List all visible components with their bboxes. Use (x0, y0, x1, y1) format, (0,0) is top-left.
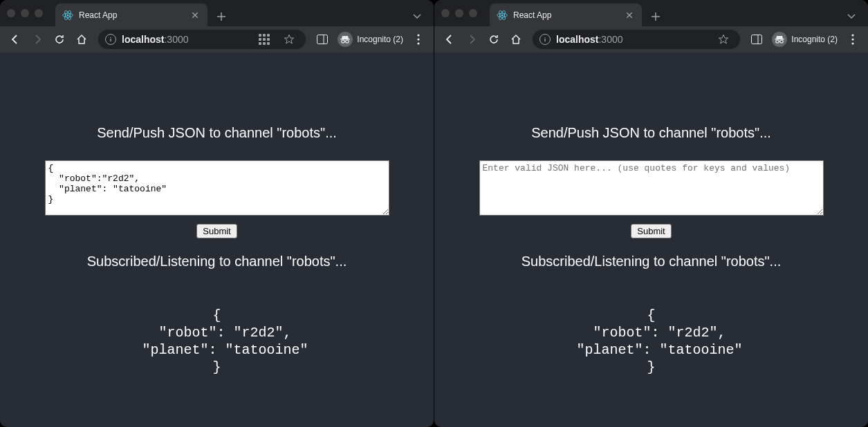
svg-point-21 (851, 34, 853, 36)
svg-point-19 (776, 40, 779, 43)
svg-rect-4 (317, 35, 328, 44)
json-input[interactable] (479, 160, 824, 216)
svg-point-12 (501, 14, 504, 16)
back-button[interactable] (6, 30, 25, 49)
tab-strip: React App (490, 0, 861, 26)
react-icon (497, 10, 508, 21)
page-content: Send/Push JSON to channel "robots"... Su… (434, 53, 868, 427)
svg-point-11 (417, 42, 419, 44)
traffic-light-zoom[interactable] (469, 9, 477, 17)
close-tab-icon[interactable] (190, 10, 201, 21)
address-bar[interactable]: i localhost:3000 (98, 30, 306, 49)
traffic-light-minimize[interactable] (455, 9, 463, 17)
svg-point-20 (780, 40, 783, 43)
side-panel-icon[interactable] (313, 30, 332, 49)
svg-rect-6 (340, 39, 350, 39)
listen-header: Subscribed/Listening to channel "robots"… (434, 254, 868, 269)
browser-tab[interactable]: React App (490, 3, 642, 26)
svg-point-8 (346, 40, 349, 43)
traffic-light-close[interactable] (441, 9, 450, 17)
svg-point-22 (851, 38, 853, 40)
side-panel-icon[interactable] (747, 30, 766, 49)
listen-output: { "robot": "r2d2", "planet": "tatooine" … (434, 307, 868, 376)
browser-menu-button[interactable] (843, 30, 862, 49)
share-qr-icon[interactable] (255, 30, 274, 49)
browser-toolbar: i localhost:3000 (434, 26, 868, 53)
svg-rect-18 (775, 39, 784, 39)
svg-rect-16 (752, 35, 762, 44)
tab-title: React App (513, 10, 624, 20)
submit-button[interactable]: Submit (631, 224, 671, 238)
svg-point-0 (67, 14, 69, 16)
browser-tab[interactable]: React App (55, 3, 207, 26)
incognito-badge[interactable]: Incognito (2) (769, 32, 840, 47)
browser-window: React App i (434, 0, 868, 427)
tab-strip: React App (55, 0, 427, 26)
send-header: Send/Push JSON to channel "robots"... (434, 125, 868, 141)
forward-button[interactable] (28, 30, 47, 49)
tabs-menu-button[interactable] (842, 7, 861, 26)
send-header: Send/Push JSON to channel "robots"... (0, 125, 434, 141)
window-titlebar: React App (434, 0, 868, 26)
bookmark-star-icon[interactable] (279, 30, 299, 49)
new-tab-button[interactable] (646, 7, 665, 26)
listen-output: { "robot": "r2d2", "planet": "tatooine" … (0, 307, 434, 376)
traffic-light-close[interactable] (7, 9, 15, 17)
forward-button[interactable] (462, 30, 481, 49)
bookmark-star-icon[interactable] (714, 30, 733, 49)
json-input[interactable] (45, 160, 389, 216)
back-button[interactable] (440, 30, 459, 49)
close-tab-icon[interactable] (624, 10, 635, 21)
svg-point-23 (851, 42, 853, 44)
traffic-light-zoom[interactable] (35, 9, 43, 17)
incognito-icon (338, 32, 353, 47)
address-bar[interactable]: i localhost:3000 (533, 30, 740, 49)
svg-point-7 (342, 40, 344, 43)
traffic-lights (441, 9, 490, 17)
svg-point-10 (417, 38, 419, 40)
reload-button[interactable] (484, 30, 504, 49)
svg-point-9 (417, 34, 419, 36)
new-tab-button[interactable] (212, 7, 231, 26)
url-text: localhost:3000 (556, 34, 708, 45)
site-info-icon[interactable]: i (105, 34, 116, 45)
page-content: Send/Push JSON to channel "robots"... Su… (0, 53, 434, 427)
incognito-label: Incognito (2) (357, 35, 403, 44)
traffic-light-minimize[interactable] (21, 9, 29, 17)
browser-menu-button[interactable] (409, 30, 428, 49)
reload-button[interactable] (50, 30, 69, 49)
listen-header: Subscribed/Listening to channel "robots"… (0, 254, 434, 269)
site-info-icon[interactable]: i (539, 34, 551, 45)
tab-title: React App (79, 10, 190, 20)
incognito-icon (772, 32, 787, 47)
home-button[interactable] (506, 30, 526, 49)
tabs-menu-button[interactable] (407, 7, 427, 26)
incognito-label: Incognito (2) (791, 35, 838, 44)
traffic-lights (7, 9, 55, 17)
home-button[interactable] (72, 30, 91, 49)
url-text: localhost:3000 (122, 34, 249, 45)
browser-toolbar: i localhost:3000 (0, 26, 434, 53)
window-titlebar: React App (0, 0, 434, 26)
react-icon (62, 10, 73, 21)
browser-window: React App i (0, 0, 434, 427)
submit-button[interactable]: Submit (196, 224, 237, 238)
incognito-badge[interactable]: Incognito (2) (335, 32, 406, 47)
